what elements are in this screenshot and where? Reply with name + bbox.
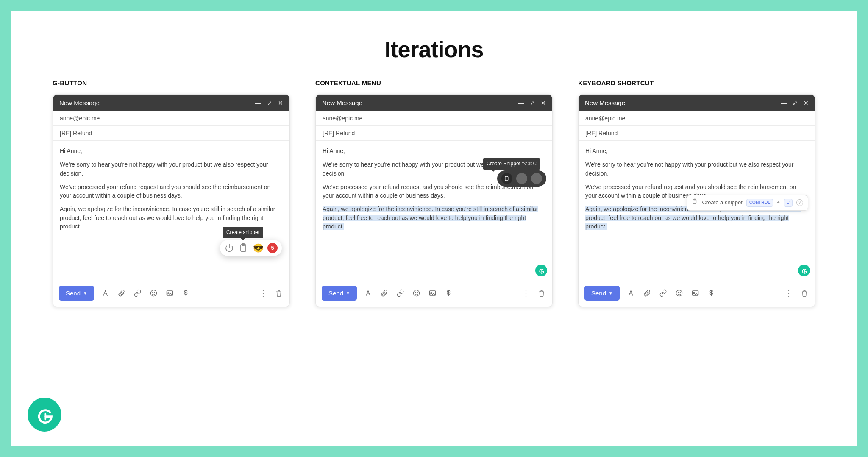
- svg-point-3: [153, 292, 153, 293]
- svg-point-18: [680, 292, 681, 293]
- col-label: KEYBOARD SHORTCUT: [578, 79, 815, 86]
- compose-title: New Message: [322, 99, 362, 106]
- kbd-c: C: [784, 199, 793, 207]
- minimize-icon[interactable]: —: [255, 100, 261, 106]
- gbutton-popup: 😎 5: [220, 240, 282, 256]
- svg-point-16: [676, 290, 682, 296]
- svg-point-9: [414, 290, 420, 296]
- kbd-control: CONTROL: [746, 199, 773, 207]
- expand-icon[interactable]: ⤢: [267, 100, 272, 106]
- body-greeting: Hi Anne,: [323, 147, 545, 155]
- format-text-icon[interactable]: [101, 289, 110, 298]
- svg-point-4: [155, 292, 155, 293]
- link-icon[interactable]: [659, 289, 668, 298]
- to-field[interactable]: anne@epic.me: [53, 111, 289, 126]
- emoji-picker-icon[interactable]: [149, 289, 159, 298]
- shortcut-hint[interactable]: Create a snippet CONTROL + C ?: [687, 195, 808, 211]
- emoji-icon[interactable]: 😎: [253, 243, 263, 253]
- body-p1: We're sorry to hear you're not happy wit…: [585, 160, 808, 178]
- more-icon[interactable]: ⋮: [522, 288, 530, 298]
- body-p3-highlighted: Again, we apologize for the inconvinienc…: [323, 205, 545, 231]
- dollar-icon[interactable]: [707, 289, 716, 298]
- svg-point-17: [678, 292, 679, 293]
- more-icon[interactable]: ⋮: [259, 288, 267, 298]
- image-icon[interactable]: [691, 289, 700, 298]
- trash-icon[interactable]: [274, 289, 284, 298]
- compose-toolbar: Send▼ ⋮: [53, 281, 289, 307]
- image-icon[interactable]: [165, 289, 175, 298]
- svg-point-2: [151, 290, 157, 296]
- attach-icon[interactable]: [643, 289, 652, 298]
- dollar-icon[interactable]: [181, 289, 191, 298]
- body-p2: We've processed your refund request and …: [60, 183, 283, 200]
- dollar-icon[interactable]: [444, 289, 453, 298]
- to-field[interactable]: anne@epic.me: [316, 111, 552, 126]
- col-gbutton: G-BUTTON New Message — ⤢ ✕ anne@epic.me …: [53, 79, 290, 307]
- page-title: Iterations: [11, 36, 857, 62]
- compose-window: New Message — ⤢ ✕ anne@epic.me [RE] Refu…: [315, 94, 553, 307]
- expand-icon[interactable]: ⤢: [530, 100, 535, 106]
- minimize-icon[interactable]: —: [518, 100, 524, 106]
- emoji-picker-icon[interactable]: [675, 289, 684, 298]
- compose-toolbar: Send▼ ⋮: [579, 281, 815, 307]
- help-icon[interactable]: ?: [796, 199, 803, 206]
- grammarly-icon[interactable]: [535, 265, 547, 276]
- link-icon[interactable]: [396, 289, 405, 298]
- iterations-row: G-BUTTON New Message — ⤢ ✕ anne@epic.me …: [11, 79, 857, 307]
- issue-count-badge[interactable]: 5: [267, 243, 278, 253]
- close-icon[interactable]: ✕: [278, 100, 283, 106]
- message-body[interactable]: Hi Anne, We're sorry to hear you're not …: [316, 141, 552, 281]
- context-menu: [497, 170, 546, 187]
- format-text-icon[interactable]: [626, 289, 636, 298]
- close-icon[interactable]: ✕: [804, 100, 809, 106]
- expand-icon[interactable]: ⤢: [793, 100, 798, 106]
- format-text-icon[interactable]: [364, 289, 373, 298]
- link-icon[interactable]: [133, 289, 142, 298]
- more-icon[interactable]: ⋮: [785, 288, 793, 298]
- compose-title: New Message: [59, 99, 100, 106]
- trash-icon[interactable]: [800, 289, 809, 298]
- subject-field[interactable]: [RE] Refund: [579, 126, 815, 141]
- compose-header: New Message — ⤢ ✕: [579, 95, 815, 111]
- message-body[interactable]: Hi Anne, We're sorry to hear you're not …: [53, 141, 289, 281]
- snippet-icon: [692, 198, 698, 207]
- create-snippet-tooltip: Create snippet: [223, 227, 263, 238]
- minimize-icon[interactable]: —: [781, 100, 787, 106]
- create-snippet-tooltip: Create Snippet ⌥⌘C: [483, 158, 540, 170]
- compose-header: New Message — ⤢ ✕: [316, 95, 552, 111]
- message-body[interactable]: Hi Anne, We're sorry to hear you're not …: [579, 141, 815, 281]
- attach-icon[interactable]: [117, 289, 126, 298]
- col-label: CONTEXTUAL MENU: [315, 79, 553, 86]
- emoji-picker-icon[interactable]: [412, 289, 421, 298]
- attach-icon[interactable]: [380, 289, 389, 298]
- send-button[interactable]: Send▼: [322, 286, 357, 301]
- kbd-plus: +: [777, 199, 779, 206]
- compose-title: New Message: [585, 99, 625, 106]
- close-icon[interactable]: ✕: [541, 100, 546, 106]
- to-field[interactable]: anne@epic.me: [579, 111, 815, 126]
- svg-point-11: [417, 292, 418, 293]
- col-contextual: CONTEXTUAL MENU New Message — ⤢ ✕ anne@e…: [315, 79, 553, 307]
- power-icon[interactable]: [224, 243, 234, 253]
- context-option[interactable]: [516, 173, 527, 184]
- col-label: G-BUTTON: [53, 79, 290, 86]
- subject-field[interactable]: [RE] Refund: [53, 126, 289, 141]
- body-greeting: Hi Anne,: [585, 147, 808, 155]
- create-snippet-icon[interactable]: [239, 243, 249, 253]
- svg-point-10: [415, 292, 416, 293]
- grammarly-icon[interactable]: [798, 265, 810, 276]
- grammarly-logo: [28, 398, 61, 432]
- compose-window: New Message — ⤢ ✕ anne@epic.me [RE] Refu…: [578, 94, 815, 307]
- compose-window: New Message — ⤢ ✕ anne@epic.me [RE] Refu…: [53, 94, 290, 307]
- image-icon[interactable]: [428, 289, 437, 298]
- trash-icon[interactable]: [537, 289, 546, 298]
- body-p1: We're sorry to hear you're not happy wit…: [60, 160, 283, 178]
- send-button[interactable]: Send▼: [584, 286, 620, 301]
- shortcut-hint-label: Create a snippet: [702, 199, 742, 207]
- compose-header: New Message — ⤢ ✕: [53, 95, 289, 111]
- subject-field[interactable]: [RE] Refund: [316, 126, 552, 141]
- context-option[interactable]: [531, 173, 542, 184]
- send-button[interactable]: Send▼: [59, 286, 94, 301]
- body-greeting: Hi Anne,: [60, 147, 283, 155]
- create-snippet-icon[interactable]: [501, 173, 512, 184]
